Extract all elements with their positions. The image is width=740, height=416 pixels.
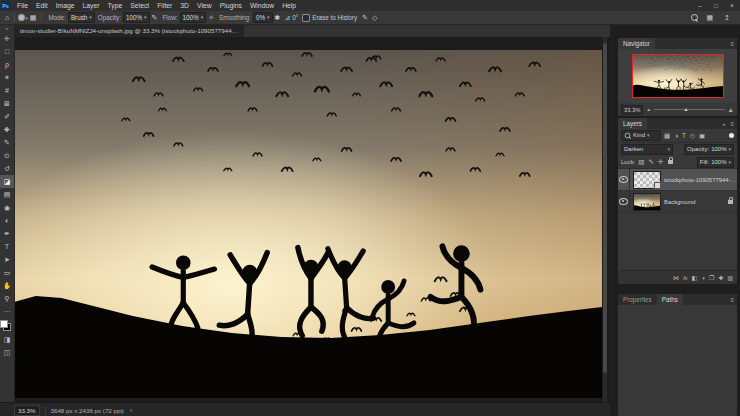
menu-item-plugins[interactable]: Plugins <box>216 2 246 9</box>
flow-dropdown[interactable]: 100% ▾ <box>180 12 207 23</box>
layer-opacity-dropdown[interactable]: Opacity: 100% ▾ <box>684 144 734 155</box>
filter-type-layers-icon[interactable]: T <box>681 132 687 139</box>
tab-layers[interactable]: Layers <box>618 118 647 129</box>
filter-pixel-layers-icon[interactable]: ▦ <box>663 132 671 140</box>
menu-item-image[interactable]: Image <box>52 2 79 9</box>
type-tool[interactable]: T <box>0 240 14 253</box>
move-tool[interactable]: ✛ <box>0 32 14 45</box>
canvas-image[interactable] <box>14 50 602 398</box>
eyedropper-tool[interactable]: ✐ <box>0 110 14 123</box>
menu-item-layer[interactable]: Layer <box>79 2 104 9</box>
panel-menu-icon[interactable]: ≡ <box>730 297 737 303</box>
blend-mode-dropdown[interactable]: Darken ▾ <box>621 144 673 155</box>
layer-thumbnail[interactable] <box>633 171 661 189</box>
toolbar-ellipsis[interactable]: ⋯ <box>0 305 14 318</box>
share-icon[interactable]: ↥ <box>722 12 732 24</box>
status-chevron-icon[interactable]: › <box>130 407 132 414</box>
color-swatches[interactable] <box>0 320 11 331</box>
menu-item-3d[interactable]: 3D <box>176 2 193 9</box>
close-button[interactable]: × <box>724 0 740 11</box>
hand-tool[interactable]: ✋ <box>0 279 14 292</box>
symmetry-icon[interactable]: ◇ <box>370 12 379 24</box>
filter-toggle[interactable] <box>729 133 734 138</box>
blur-tool[interactable]: ◉ <box>0 201 14 214</box>
lock-position-icon[interactable]: ✛ <box>657 158 664 166</box>
opacity-dropdown[interactable]: 100% ▾ <box>123 12 150 23</box>
panel-menu-icon[interactable]: ≡ <box>730 121 737 127</box>
marquee-tool[interactable]: □ <box>0 45 14 58</box>
menu-item-filter[interactable]: Filter <box>153 2 176 9</box>
vertical-scrollbar-thumb[interactable] <box>603 43 607 373</box>
pressure-opacity-icon[interactable]: ✎ <box>150 12 160 24</box>
smoothing-gear-icon[interactable]: ✱ <box>273 12 283 24</box>
foreground-color-swatch[interactable] <box>0 320 8 328</box>
layer-fill-dropdown[interactable]: Fill: 100% ▾ <box>697 157 734 168</box>
layer-visibility-cell[interactable] <box>618 169 630 190</box>
brush-preset-icon[interactable] <box>18 14 25 21</box>
menu-item-edit[interactable]: Edit <box>32 2 52 9</box>
search-icon[interactable] <box>691 14 698 21</box>
pressure-size-icon[interactable]: ✎ <box>360 12 370 24</box>
brush-angle-icon[interactable]: ⊿ <box>282 12 292 24</box>
lasso-tool[interactable]: ρ <box>0 58 14 71</box>
filter-smart-objects-icon[interactable]: ▣ <box>698 132 706 140</box>
navigator-thumbnail[interactable] <box>632 54 724 98</box>
screen-mode-button[interactable]: ◫ <box>0 346 14 359</box>
path-selection-tool[interactable]: ➤ <box>0 253 14 266</box>
menu-item-type[interactable]: Type <box>104 2 127 9</box>
delete-layer-icon[interactable]: ▥ <box>727 274 733 281</box>
workspace-switcher-icon[interactable]: ▦ <box>705 12 716 24</box>
zoom-in-icon[interactable]: ▲ <box>728 106 734 113</box>
crop-tool[interactable]: # <box>0 84 14 97</box>
menu-item-window[interactable]: Window <box>246 2 278 9</box>
home-icon[interactable]: ⌂ <box>3 12 11 24</box>
link-layers-icon[interactable]: ⋈ <box>673 274 679 281</box>
menu-item-select[interactable]: Select <box>126 2 153 9</box>
tab-navigator[interactable]: Navigator <box>618 38 655 49</box>
status-zoom-field[interactable]: 33.3% <box>14 405 40 416</box>
history-brush-tool[interactable]: ↺ <box>0 162 14 175</box>
pen-tool[interactable]: ✒ <box>0 227 14 240</box>
layer-filter-dropdown[interactable]: Kind ▾ <box>621 130 661 141</box>
gradient-tool[interactable]: ▤ <box>0 188 14 201</box>
menu-item-file[interactable]: File <box>13 2 32 9</box>
eye-icon[interactable] <box>619 176 628 183</box>
frame-tool[interactable]: ⊠ <box>0 97 14 110</box>
new-layer-icon[interactable]: ✚ <box>718 274 723 281</box>
eye-icon[interactable] <box>619 198 628 205</box>
brush-panel-toggle-icon[interactable]: ▦ <box>28 12 39 24</box>
clone-stamp-tool[interactable]: ⊙ <box>0 149 14 162</box>
navigator-zoom-slider[interactable]: ▲ <box>654 109 725 110</box>
layer-visibility-cell[interactable] <box>618 191 630 212</box>
new-group-icon[interactable]: ❐ <box>709 274 714 281</box>
quick-mask-button[interactable]: ◨ <box>0 333 14 346</box>
layer-row-background[interactable]: Background <box>618 191 737 213</box>
add-mask-icon[interactable]: ◧ <box>692 274 698 281</box>
healing-brush-tool[interactable]: ✚ <box>0 123 14 136</box>
maximize-button[interactable]: □ <box>708 0 724 11</box>
slider-thumb-icon[interactable]: ▲ <box>684 106 689 112</box>
erase-to-history-checkbox[interactable] <box>302 14 310 22</box>
menu-item-view[interactable]: View <box>193 2 216 9</box>
zoom-out-icon[interactable]: ▲ <box>646 107 650 112</box>
tab-paths[interactable]: Paths <box>657 294 683 305</box>
document-tab[interactable]: timon-studler-BIkuNMNlZJ4-unsplash.jpg @… <box>14 24 244 37</box>
panel-menu-icon[interactable]: ≡ <box>730 41 737 47</box>
object-selection-tool[interactable]: ✶ <box>0 71 14 84</box>
smoothing-dropdown[interactable]: 0% ▾ <box>253 12 273 23</box>
adjustment-layer-icon[interactable]: ◑ <box>701 275 705 281</box>
menu-item-help[interactable]: Help <box>278 2 300 9</box>
layer-thumbnail[interactable] <box>633 193 661 211</box>
brush-tool[interactable]: ✎ <box>0 136 14 149</box>
shape-tool[interactable]: ▭ <box>0 266 14 279</box>
toolbar-collapse-icon[interactable]: » <box>6 24 9 32</box>
eraser-tool[interactable]: ◪ <box>0 175 14 188</box>
lock-all-icon[interactable] <box>668 160 673 164</box>
vertical-scrollbar[interactable] <box>603 37 607 402</box>
lock-transparency-icon[interactable]: ▨ <box>637 158 645 166</box>
navigator-zoom-field[interactable]: 33.3% <box>621 105 643 115</box>
dodge-tool[interactable]: ◐ <box>0 214 14 227</box>
panel-collapse-icon[interactable]: » <box>722 121 728 127</box>
filter-shape-layers-icon[interactable]: ◇ <box>689 132 696 140</box>
layer-row-istockphoto[interactable]: istockphoto-1090577944-612x612 <box>618 169 737 191</box>
